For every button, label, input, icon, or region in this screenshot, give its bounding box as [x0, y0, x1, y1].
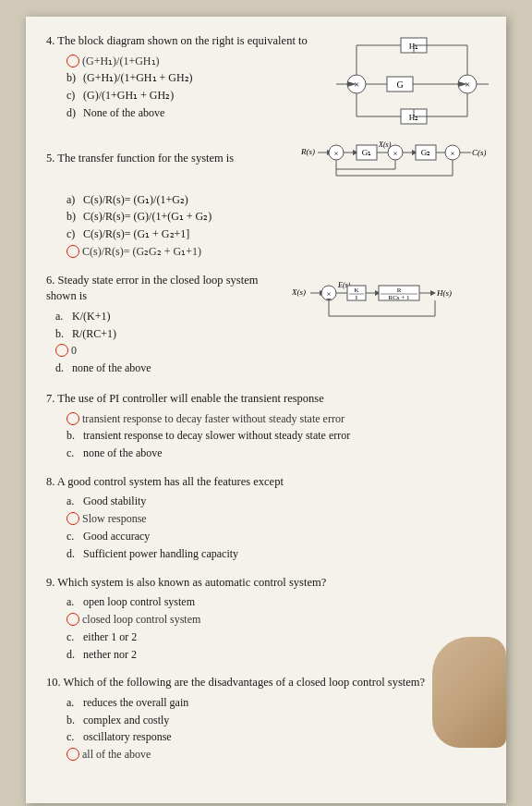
q4-option-d-letter: d)	[66, 105, 83, 121]
q5-option-c-text: C(s)/R(s)= (G₁ + G₂+1]	[83, 226, 486, 242]
q4-number: 4.	[46, 34, 54, 47]
q5-text: The transfer function for the system is	[57, 152, 234, 165]
q7-number: 7.	[46, 392, 54, 405]
q6-option-d-letter: d.	[55, 360, 72, 376]
q4-title: 4. The block diagram shown on the right …	[46, 33, 320, 50]
q10-option-c: c. oscillatory response	[66, 729, 486, 745]
q5-option-c: c) C(s)/R(s)= (G₁ + G₂+1]	[66, 226, 486, 242]
q4-option-b-letter: b)	[66, 70, 83, 86]
q7-option-c-text: none of the above	[83, 446, 486, 461]
q9-option-a-text: open loop control system	[83, 594, 486, 610]
svg-text:C(s): C(s)	[472, 148, 486, 157]
question-7: 7. The use of PI controller will enable …	[46, 391, 486, 461]
q7-answer-marker	[66, 412, 79, 425]
q10-option-c-text: oscillatory response	[83, 729, 486, 745]
svg-text:R(s): R(s)	[301, 147, 315, 156]
q7-option-c-letter: c.	[66, 446, 83, 461]
q6-text: Steady state error in the closed loop sy…	[46, 274, 258, 303]
svg-text:×: ×	[326, 289, 331, 299]
question-8: 8. A good control system has all the fea…	[46, 474, 486, 562]
svg-text:K: K	[354, 287, 358, 294]
q6-options: a. K/(K+1) b. R/(RC+1) 0 d. none of the …	[46, 309, 283, 376]
q10-number: 10.	[46, 676, 61, 689]
q8-option-b: Slow response	[66, 511, 486, 527]
q9-option-a-letter: a.	[66, 594, 83, 610]
q6-block-diagram: X(s) × E(s) K I	[292, 275, 486, 334]
q6-option-a-text: K/(K+1)	[72, 309, 283, 324]
q8-option-c-letter: c.	[66, 529, 83, 544]
q9-option-b: closed loop control system	[66, 612, 486, 628]
q5-option-c-letter: c)	[66, 226, 83, 242]
q4-text: The block diagram shown on the right is …	[57, 34, 307, 47]
question-6: 6. Steady state error in the closed loop…	[46, 273, 486, 378]
q10-option-a-text: reduces the overall gain	[83, 695, 486, 711]
q5-option-a: a) C(s)/R(s)= (G₁)/(1+G₂)	[66, 192, 486, 208]
q8-text: A good control system has all the featur…	[57, 475, 284, 488]
q7-options: transient response to decay faster witho…	[46, 411, 486, 461]
q8-option-b-text: Slow response	[82, 511, 486, 527]
q6-option-c: 0	[55, 343, 283, 359]
svg-text:G: G	[396, 79, 403, 90]
q5-header-row: 5. The transfer function for the system …	[46, 134, 486, 189]
q9-option-d-text: nether nor 2	[83, 647, 486, 663]
q5-title: 5. The transfer function for the system …	[46, 151, 294, 167]
q4-option-d-text: None of the above	[83, 105, 320, 121]
svg-text:X(s): X(s)	[292, 287, 306, 297]
q9-option-c: c. either 1 or 2	[66, 629, 486, 645]
q9-option-c-text: either 1 or 2	[83, 629, 486, 645]
q10-title: 10. Which of the following are the disad…	[46, 675, 486, 691]
q7-option-a-text: transient response to decay faster witho…	[82, 411, 486, 427]
q4-option-a-text: (G+H₁)/(1+GH₁)	[82, 54, 320, 69]
svg-text:×: ×	[450, 149, 454, 158]
q5-option-d-text: C(s)/R(s)= (G₂G₂ + G₁+1)	[82, 244, 486, 260]
q5-number: 5.	[46, 152, 54, 165]
q8-option-a-text: Good stability	[83, 494, 486, 509]
q4-option-c-text: (G)/(1+GH₁ + GH₂)	[83, 88, 320, 104]
exam-page: H₁ × G × H₂	[26, 17, 506, 803]
q7-option-b: b. transient response to decay slower wi…	[66, 428, 486, 444]
q10-option-b-text: complex and costly	[83, 713, 486, 728]
q10-text: Which of the following are the disadvant…	[64, 676, 426, 689]
q4-option-c-letter: c)	[66, 88, 83, 104]
q5-option-b-letter: b)	[66, 209, 83, 225]
q4-block-diagram: H₁ × G × H₂	[336, 33, 493, 139]
q4-answer-marker	[66, 55, 79, 67]
q5-block-diagram: R(s) × G₁ X(s)	[301, 134, 486, 189]
svg-text:RCs + 1: RCs + 1	[388, 294, 410, 301]
finger-overlay	[432, 637, 506, 748]
q7-option-b-letter: b.	[66, 428, 83, 444]
q8-option-a: a. Good stability	[66, 494, 486, 509]
svg-text:R: R	[397, 287, 402, 294]
svg-text:G₂: G₂	[421, 148, 431, 157]
svg-text:G₁: G₁	[362, 148, 372, 157]
q10-answer-marker	[66, 748, 79, 761]
q8-option-d: d. Sufficient power handling capacity	[66, 546, 486, 562]
q9-options: a. open loop control system closed loop …	[46, 594, 486, 662]
q9-number: 9.	[46, 576, 54, 589]
svg-marker-71	[430, 290, 436, 296]
q9-title: 9. Which system is also known as automat…	[46, 575, 486, 592]
q4-option-d: d) None of the above	[66, 105, 320, 121]
q8-option-d-text: Sufficient power handling capacity	[83, 546, 486, 562]
q6-number: 6.	[46, 274, 54, 287]
q9-option-c-letter: c.	[66, 629, 83, 645]
q8-number: 8.	[46, 475, 54, 488]
q5-option-b-text: C(s)/R(s)= (G)/(1+(G₁ + G₂)	[83, 209, 486, 225]
q6-option-c-text: 0	[71, 343, 283, 359]
q6-title: 6. Steady state error in the closed loop…	[46, 273, 283, 305]
q10-option-c-letter: c.	[66, 729, 83, 745]
q5-option-b: b) C(s)/R(s)= (G)/(1+(G₁ + G₂)	[66, 209, 486, 225]
q9-text: Which system is also known as automatic …	[57, 576, 326, 589]
q6-option-d-text: none of the above	[72, 360, 283, 376]
q10-option-d: all of the above	[66, 747, 486, 763]
q7-option-c: c. none of the above	[66, 446, 486, 461]
q8-title: 8. A good control system has all the fea…	[46, 474, 486, 491]
question-5: 5. The transfer function for the system …	[46, 134, 486, 260]
q5-option-d: C(s)/R(s)= (G₂G₂ + G₁+1)	[66, 244, 486, 260]
q4-options: (G+H₁)/(1+GH₁) b) (G+H₁)/(1+GH₁ + GH₂) c…	[46, 54, 320, 121]
q10-option-a-letter: a.	[66, 695, 83, 711]
q4-option-b: b) (G+H₁)/(1+GH₁ + GH₂)	[66, 70, 320, 86]
q8-option-a-letter: a.	[66, 494, 83, 509]
q10-option-b: b. complex and costly	[66, 713, 486, 728]
q6-option-d: d. none of the above	[55, 360, 283, 376]
